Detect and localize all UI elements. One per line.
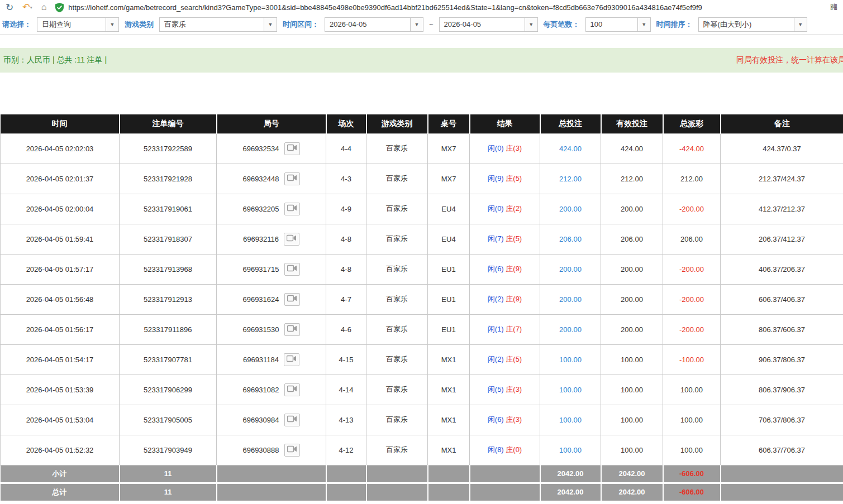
column-header: 注单编号 <box>120 114 217 133</box>
video-replay-button[interactable] <box>284 383 300 396</box>
summary-total-bet: 2042.00 <box>540 465 601 483</box>
cell-total-bet[interactable]: 100.00 <box>540 344 601 375</box>
round-id-text: 696932534 <box>242 145 279 153</box>
result-banker: 庄(5) <box>506 355 522 363</box>
cell-payout: -200.00 <box>663 254 721 284</box>
summary-empty-cell <box>326 465 366 483</box>
summary-empty-cell <box>721 483 843 501</box>
result-banker: 庄(3) <box>506 385 522 393</box>
chevron-down-icon[interactable]: ▼ <box>794 18 807 31</box>
table-row: 2026-04-05 01:52:32523317903949696930888… <box>1 435 843 465</box>
table-row: 2026-04-05 01:59:41523317918307696932116… <box>1 224 843 254</box>
cell-total-bet[interactable]: 100.00 <box>540 375 601 405</box>
cell-payout: -200.00 <box>663 284 721 314</box>
video-replay-button[interactable] <box>284 353 299 366</box>
result-player: 闲(7) <box>488 234 504 243</box>
chevron-down-icon[interactable]: ▼ <box>264 18 277 31</box>
video-replay-button[interactable] <box>284 293 300 306</box>
result-banker: 庄(9) <box>506 295 522 303</box>
result-player: 闲(2) <box>488 295 504 303</box>
site-security-shield-icon[interactable] <box>55 3 64 12</box>
result-player: 闲(2) <box>488 355 504 363</box>
table-row: 2026-04-05 01:53:39523317906299696931082… <box>1 375 843 405</box>
time-sort-dropdown[interactable]: 降幂(由大到小) ▼ <box>698 17 807 32</box>
video-replay-button[interactable] <box>284 233 299 246</box>
chevron-down-icon[interactable]: ▼ <box>410 18 423 31</box>
cell-session: 4-13 <box>326 405 366 435</box>
page-size-dropdown[interactable]: 100 ▼ <box>585 17 651 32</box>
reload-icon[interactable]: ↻ <box>6 3 13 12</box>
cell-time: 2026-04-05 01:52:32 <box>1 435 120 465</box>
chevron-down-icon[interactable]: ▼ <box>106 18 118 31</box>
cell-total-bet[interactable]: 424.00 <box>540 133 601 164</box>
cell-round-id: 696930888 <box>217 435 326 465</box>
cell-total-bet[interactable]: 200.00 <box>540 314 601 344</box>
date-query-value: 日期查询 <box>37 18 106 31</box>
cell-payout: -200.00 <box>663 194 721 224</box>
cell-total-bet[interactable]: 100.00 <box>540 435 601 465</box>
result-player: 闲(8) <box>488 445 504 454</box>
summary-empty-cell <box>217 465 326 483</box>
cell-table-number: MX7 <box>428 133 470 164</box>
chevron-down-icon[interactable]: ▼ <box>525 18 537 31</box>
cell-bet-id: 523317911896 <box>120 314 217 344</box>
game-type-dropdown[interactable]: 百家乐 ▼ <box>159 17 277 32</box>
bet-record-table: 时间注单编号局号场次游戏类别桌号结果总投注有效投注总派彩备注 2026-04-0… <box>0 114 843 501</box>
address-bar[interactable]: https://iohetf.com/game/betrecord_search… <box>68 3 827 12</box>
video-replay-button[interactable] <box>284 142 300 155</box>
video-replay-button[interactable] <box>284 323 300 336</box>
table-row: 2026-04-05 01:56:17523317911896696931530… <box>1 314 843 344</box>
result-banker: 庄(5) <box>506 174 522 183</box>
date-to-dropdown[interactable]: 2026-04-05 ▼ <box>439 17 538 32</box>
cell-result: 闲(2) 庄(9) <box>470 284 540 314</box>
cell-note: 424.37/0.37 <box>721 133 843 164</box>
undo-icon[interactable]: ↶▾ <box>22 3 32 12</box>
cell-valid-bet: 212.00 <box>601 164 663 194</box>
cell-game-type: 百家乐 <box>366 375 428 405</box>
cell-total-bet[interactable]: 200.00 <box>540 194 601 224</box>
cell-total-bet[interactable]: 200.00 <box>540 284 601 314</box>
table-row: 2026-04-05 01:56:48523317912913696931624… <box>1 284 843 314</box>
cell-round-id: 696932448 <box>217 164 326 194</box>
result-player: 闲(5) <box>488 385 504 393</box>
video-replay-button[interactable] <box>284 414 300 426</box>
video-replay-button[interactable] <box>284 444 300 457</box>
video-replay-button[interactable] <box>284 203 300 215</box>
cell-result: 闲(2) 庄(5) <box>470 344 540 375</box>
cell-note: 706.37/806.37 <box>721 405 843 435</box>
cell-time: 2026-04-05 02:00:04 <box>1 194 120 224</box>
cell-total-bet[interactable]: 100.00 <box>540 405 601 435</box>
video-replay-button[interactable] <box>284 263 300 276</box>
cell-total-bet[interactable]: 200.00 <box>540 254 601 284</box>
cell-note: 906.37/806.37 <box>721 344 843 375</box>
date-from-dropdown[interactable]: 2026-04-05 ▼ <box>325 17 423 32</box>
video-replay-button[interactable] <box>284 172 300 185</box>
summary-row: 小计112042.002042.00-606.00 <box>1 465 843 483</box>
cell-bet-id: 523317903949 <box>120 435 217 465</box>
cell-round-id: 696932205 <box>217 194 326 224</box>
cell-total-bet[interactable]: 212.00 <box>540 164 601 194</box>
cell-session: 4-15 <box>326 344 366 375</box>
cell-valid-bet: 424.00 <box>601 133 663 164</box>
cell-payout: 100.00 <box>663 435 721 465</box>
cell-note: 806.37/606.37 <box>721 314 843 344</box>
summary-bar: 币别：人民币 | 总共 :11 注单 | 同局有效投注，统一计算在该局 <box>0 48 843 73</box>
chevron-down-icon[interactable]: ▼ <box>637 18 650 31</box>
cell-time: 2026-04-05 01:53:39 <box>1 375 120 405</box>
cell-table-number: MX1 <box>428 405 470 435</box>
cell-time: 2026-04-05 01:56:17 <box>1 314 120 344</box>
time-sort-value: 降幂(由大到小) <box>699 18 794 31</box>
cell-table-number: MX1 <box>428 435 470 465</box>
cell-time: 2026-04-05 01:54:17 <box>1 344 120 375</box>
cell-valid-bet: 206.00 <box>601 224 663 254</box>
result-player: 闲(9) <box>488 174 504 183</box>
cell-game-type: 百家乐 <box>366 164 428 194</box>
cell-note: 606.37/706.37 <box>721 435 843 465</box>
cell-bet-id: 523317922589 <box>120 133 217 164</box>
date-query-dropdown[interactable]: 日期查询 ▼ <box>37 17 119 32</box>
cell-payout: 100.00 <box>663 375 721 405</box>
home-icon[interactable]: ⌂ <box>41 3 47 12</box>
cell-table-number: EU1 <box>428 314 470 344</box>
cell-valid-bet: 200.00 <box>601 284 663 314</box>
cell-total-bet[interactable]: 206.00 <box>540 224 601 254</box>
